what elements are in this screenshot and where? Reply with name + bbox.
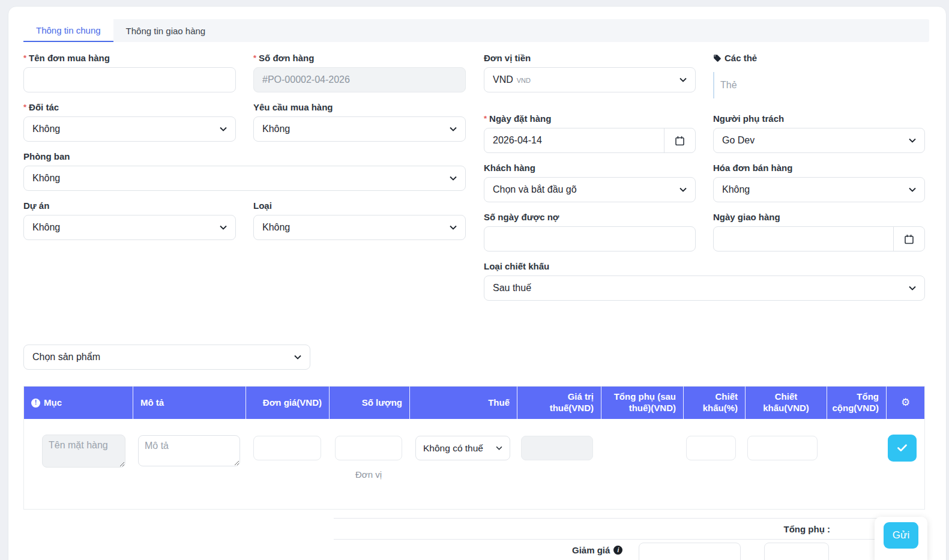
chevron-down-icon bbox=[450, 127, 457, 131]
column-header-discount-percent: Chiết khấu(%) bbox=[684, 387, 746, 419]
chevron-down-icon bbox=[220, 225, 227, 230]
confirm-row-button[interactable] bbox=[888, 435, 917, 462]
credit-days-label: Số ngày được nợ bbox=[484, 212, 696, 222]
column-header-description: Mô tả bbox=[133, 387, 246, 419]
required-mark: * bbox=[253, 53, 256, 62]
tags-placeholder: Thẻ bbox=[720, 80, 737, 91]
credit-days-input[interactable] bbox=[484, 226, 696, 251]
check-icon bbox=[897, 444, 907, 452]
discount-type-select[interactable]: Sau thuế bbox=[484, 275, 925, 301]
column-header-tax: Thuế bbox=[410, 387, 517, 419]
calendar-icon[interactable] bbox=[664, 128, 695, 152]
assignee-select[interactable]: Go Dev bbox=[713, 128, 925, 153]
product-picker-select[interactable]: Chọn sản phẩm bbox=[23, 345, 310, 370]
currency-code: VND bbox=[517, 77, 531, 84]
tag-icon bbox=[713, 54, 722, 62]
tab-delivery-info[interactable]: Thông tin giao hàng bbox=[113, 19, 218, 42]
info-icon: ! bbox=[31, 399, 40, 408]
unit-price-input[interactable] bbox=[253, 436, 321, 460]
currency-select[interactable]: VNDVND bbox=[484, 67, 696, 92]
chevron-down-icon bbox=[450, 176, 457, 181]
department-label: Phòng ban bbox=[23, 151, 466, 161]
required-mark: * bbox=[484, 114, 487, 123]
order-number-label: *Số đơn hàng bbox=[253, 53, 466, 63]
column-header-item: ! Mục bbox=[24, 387, 133, 419]
item-name-textarea[interactable] bbox=[42, 435, 125, 468]
discount-type-label: Loại chiết khấu bbox=[484, 261, 925, 271]
subtotal-row: Tổng phụ : bbox=[334, 518, 925, 539]
chevron-down-icon bbox=[909, 138, 916, 143]
discount-row: Giảm giá i bbox=[334, 539, 925, 560]
tab-general-info[interactable]: Thông tin chung bbox=[23, 19, 113, 42]
project-label: Dự án bbox=[23, 200, 236, 211]
unit-hint: Đơn vị bbox=[335, 469, 402, 480]
tags-input[interactable]: Thẻ bbox=[713, 67, 925, 103]
chevron-down-icon bbox=[294, 355, 301, 360]
discount-percent-input[interactable] bbox=[686, 436, 736, 460]
column-header-discount-amount: Chiết khấu(VND) bbox=[746, 387, 827, 419]
table-row: Không có thuế Đơn vị bbox=[24, 419, 924, 509]
form-right-column: Đơn vị tiền VNDVND Các thẻ Thẻ bbox=[484, 53, 925, 301]
column-header-subtotal-after-tax: Tổng phụ (sau thuế)(VND) bbox=[601, 387, 684, 419]
purchase-request-label: Yêu cầu mua hàng bbox=[253, 102, 466, 112]
tab-bar: Thông tin chung Thông tin giao hàng bbox=[23, 19, 929, 42]
required-mark: * bbox=[23, 53, 26, 62]
column-header-settings: ⚙ bbox=[887, 387, 924, 419]
tax-amount-input bbox=[521, 436, 593, 460]
delivery-date-input[interactable] bbox=[713, 226, 925, 251]
customer-select[interactable]: Chọn và bắt đầu gõ bbox=[484, 177, 696, 202]
partner-label: *Đối tác bbox=[23, 102, 236, 112]
delivery-date-label: Ngày giao hàng bbox=[713, 212, 925, 222]
order-form: *Tên đơn mua hàng *Số đơn hàng *Đối tác … bbox=[23, 53, 929, 301]
chevron-down-icon bbox=[220, 127, 227, 131]
chevron-down-icon bbox=[679, 187, 687, 192]
type-select[interactable]: Không bbox=[253, 215, 466, 240]
chevron-down-icon bbox=[679, 77, 687, 82]
chevron-down-icon bbox=[909, 187, 916, 192]
tax-select[interactable]: Không có thuế bbox=[415, 436, 510, 460]
column-header-quantity: Số lượng bbox=[330, 387, 410, 419]
currency-label: Đơn vị tiền bbox=[484, 53, 696, 63]
form-left-column: *Tên đơn mua hàng *Số đơn hàng *Đối tác … bbox=[23, 53, 466, 301]
order-date-label: *Ngày đặt hàng bbox=[484, 113, 696, 124]
column-header-tax-amount: Giá trị thuế(VND) bbox=[517, 387, 601, 419]
order-name-label: *Tên đơn mua hàng bbox=[23, 53, 236, 63]
type-label: Loại bbox=[253, 200, 466, 211]
chevron-down-icon bbox=[496, 446, 502, 450]
info-icon: i bbox=[613, 546, 622, 555]
order-name-input[interactable] bbox=[23, 67, 236, 92]
sales-invoice-label: Hóa đơn bán hàng bbox=[713, 163, 925, 173]
chevron-down-icon bbox=[450, 225, 457, 230]
totals-section: Tổng phụ : Giảm giá i bbox=[334, 518, 925, 560]
subtotal-label: Tổng phụ : bbox=[784, 524, 830, 534]
item-description-textarea[interactable] bbox=[138, 435, 240, 466]
discount-amount-input[interactable] bbox=[747, 436, 818, 460]
assignee-label: Người phụ trách bbox=[713, 113, 925, 124]
sales-invoice-select[interactable]: Không bbox=[713, 177, 925, 202]
project-select[interactable]: Không bbox=[23, 215, 236, 240]
chevron-down-icon bbox=[909, 286, 916, 291]
column-header-total: Tổng cộng(VND) bbox=[827, 387, 887, 419]
tags-label: Các thẻ bbox=[713, 53, 925, 63]
discount-value-input[interactable] bbox=[639, 543, 741, 560]
purchase-order-form-card: Thông tin chung Thông tin giao hàng *Tên… bbox=[8, 6, 947, 560]
items-table: ! Mục Mô tả Đơn giá(VND) Số lượng Thuế G… bbox=[23, 386, 925, 510]
calendar-icon[interactable] bbox=[893, 227, 924, 251]
order-number-input bbox=[253, 67, 466, 92]
purchase-request-select[interactable]: Không bbox=[253, 116, 466, 142]
gear-icon[interactable]: ⚙ bbox=[901, 396, 910, 409]
order-date-input[interactable]: 2026-04-14 bbox=[484, 128, 696, 153]
items-table-header: ! Mục Mô tả Đơn giá(VND) Số lượng Thuế G… bbox=[24, 387, 924, 419]
discount-label: Giảm giá i bbox=[572, 545, 622, 555]
customer-label: Khách hàng bbox=[484, 163, 696, 173]
column-header-unit-price: Đơn giá(VND) bbox=[246, 387, 330, 419]
discount-unit-input[interactable] bbox=[764, 543, 829, 560]
partner-select[interactable]: Không bbox=[23, 116, 236, 142]
required-mark: * bbox=[23, 103, 26, 112]
department-select[interactable]: Không bbox=[23, 166, 466, 191]
submit-button[interactable]: Gửi bbox=[884, 522, 918, 549]
submit-panel: Gửi bbox=[875, 517, 927, 560]
quantity-input[interactable] bbox=[335, 436, 402, 460]
